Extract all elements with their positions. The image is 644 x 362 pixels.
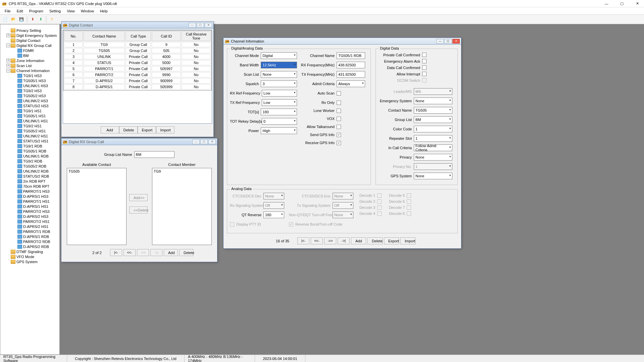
tree-node[interactable]: D-APRS/2 HS3 — [0, 214, 59, 219]
tree-node[interactable]: UNLINK/1 HS1 — [0, 118, 59, 123]
dc-close-button[interactable]: ✕ — [205, 23, 212, 27]
tot-select[interactable]: 180 — [261, 109, 297, 115]
table-cell[interactable]: Private Call — [126, 66, 151, 71]
ci-close-button[interactable]: ✕ — [452, 39, 460, 44]
table-cell[interactable]: D-APRS/2 — [84, 78, 125, 83]
allow-interrupt-checkbox[interactable] — [422, 72, 427, 76]
help-icon[interactable]: ? — [48, 16, 55, 23]
table-row[interactable]: 8D-APRS/1Private Call505999No — [64, 84, 211, 89]
tree-node[interactable]: 70cm RDB RPT — [0, 184, 59, 189]
tx-freq-input[interactable]: 431.82500 — [337, 71, 365, 78]
tree-node[interactable]: TG9/2 HS3 — [0, 88, 59, 93]
read-icon[interactable]: ⬇ — [29, 16, 36, 23]
table-cell[interactable]: 505997 — [152, 66, 181, 71]
tx-ref-select[interactable]: Low — [262, 99, 297, 106]
dc-import-button[interactable]: Import — [156, 126, 175, 133]
column-header[interactable]: Contact Name — [84, 31, 125, 41]
dc-maximize-button[interactable]: ▢ — [197, 23, 204, 27]
table-cell[interactable]: No — [182, 72, 211, 77]
tree-node[interactable]: PARROT/1 RDB — [0, 229, 59, 234]
list-item[interactable]: TG9 — [153, 169, 211, 174]
tree-node[interactable]: UNLINK/1 HS3 — [0, 83, 59, 88]
table-cell[interactable]: No — [182, 42, 211, 47]
table-row[interactable]: 5PARROT/1Private Call505997No — [64, 66, 211, 71]
receive-gps-checkbox[interactable] — [337, 141, 341, 145]
tree-node[interactable]: TG9/1 HS3 — [0, 73, 59, 78]
menu-view[interactable]: View — [64, 8, 78, 14]
table-cell[interactable]: Private Call — [126, 72, 151, 77]
contact-member-list[interactable]: TG9 — [152, 168, 212, 245]
write-icon[interactable]: ⬆ — [37, 16, 44, 23]
in-call-select[interactable]: Follow Admit Criteria — [414, 144, 452, 151]
tree-node[interactable]: TG505/2 RDB — [0, 164, 59, 169]
tree-node[interactable]: PARROT/2 HS1 — [0, 219, 59, 224]
list-item[interactable]: TG505 — [68, 169, 126, 174]
dc-add-button[interactable]: Add — [101, 126, 119, 133]
table-cell[interactable]: PARROT/2 — [84, 72, 125, 77]
tree-node[interactable]: FDMR — [0, 48, 59, 53]
tree-node[interactable]: TG9/1 RDB — [0, 143, 59, 148]
rx-ref-select[interactable]: Low — [262, 90, 297, 97]
rx-delete-button[interactable]: Delete — [179, 249, 193, 256]
tree-expand-icon[interactable]: + — [6, 64, 10, 67]
table-cell[interactable]: 7 — [64, 78, 83, 83]
table-row[interactable]: 6PARROT/2Private Call9990No — [64, 72, 211, 77]
digital-contact-titlebar[interactable]: 📻 Digital Contact — ▢ ✕ — [61, 22, 213, 28]
tree-node[interactable]: STATUS/2 HS3 — [0, 103, 59, 108]
tree-node[interactable]: D-APRS/2 RDB — [0, 244, 59, 249]
rx-nav-next[interactable]: ->> — [137, 249, 149, 256]
allow-talkaround-checkbox[interactable] — [337, 125, 341, 129]
power-select[interactable]: High — [261, 127, 297, 134]
group-list-name-input[interactable]: BM — [134, 151, 175, 158]
qt-rev-select[interactable]: 180 — [263, 212, 284, 218]
remove-member-button[interactable]: <<Delete — [129, 206, 148, 214]
table-cell[interactable]: D-APRS/1 — [84, 84, 125, 89]
column-header[interactable]: Call Receive Tone — [182, 31, 211, 41]
tree-node[interactable]: STATUS/2 RDB — [0, 174, 59, 179]
table-cell[interactable]: No — [182, 66, 211, 71]
table-cell[interactable]: No — [182, 84, 211, 89]
rx-nav-first[interactable]: |<- — [110, 249, 122, 256]
table-cell[interactable]: No — [182, 78, 211, 83]
menu-program[interactable]: Program — [27, 8, 46, 14]
menu-help[interactable]: Help — [97, 8, 110, 14]
auto-scan-checkbox[interactable] — [337, 91, 341, 96]
tree-node[interactable]: TG9/1 HS1 — [0, 108, 59, 113]
band-width-select[interactable]: 12.5kHz — [261, 62, 297, 68]
channel-name-input[interactable]: TG505/1 RDB — [337, 52, 365, 59]
tree-node[interactable]: PARROT/1 HS3 — [0, 189, 59, 194]
table-row[interactable]: 4STATUSPrivate Call5000No — [64, 60, 211, 65]
tree-node[interactable]: STATUS/2 HS1 — [0, 138, 59, 143]
color-code-select[interactable]: 1 — [414, 126, 452, 132]
squelch-select[interactable]: 3 — [261, 80, 297, 87]
add-member-button[interactable]: Add>> — [129, 194, 148, 201]
vox-checkbox[interactable] — [337, 117, 341, 121]
table-cell[interactable]: UNLINK — [84, 54, 125, 59]
tree-expand-icon[interactable]: + — [6, 59, 10, 62]
table-row[interactable]: 7D-APRS/2Private Call900999No — [64, 78, 211, 83]
tree-node[interactable]: VFO Mode — [0, 254, 59, 259]
tree-node[interactable]: UNLINK/2 HS1 — [0, 133, 59, 138]
ci-nav-first[interactable]: |<- — [297, 237, 309, 244]
dc-delete-button[interactable]: Delete — [119, 126, 138, 133]
table-cell[interactable]: Private Call — [126, 78, 151, 83]
new-icon[interactable]: 📄 — [2, 16, 9, 23]
rx-group-titlebar[interactable]: 📻 Digital RX Group Call — ▢ ✕ — [61, 138, 217, 145]
tree-node[interactable]: UNLINK/2 HS3 — [0, 98, 59, 103]
tree-node[interactable]: D-APRS/1 HS1 — [0, 204, 59, 209]
table-cell[interactable]: 6 — [64, 72, 83, 77]
tree-node[interactable]: BM — [0, 53, 59, 58]
tree-node[interactable]: +Zone Information — [0, 58, 59, 63]
tree-panel[interactable]: ✕ Privacy Setting+Digit Emergency System… — [0, 24, 60, 355]
table-cell[interactable]: Private Call — [126, 54, 151, 59]
rx-only-checkbox[interactable] — [337, 101, 341, 105]
table-cell[interactable]: 5 — [64, 66, 83, 71]
tot-rekey-select[interactable]: 0 — [262, 118, 297, 125]
tree-expand-icon[interactable]: − — [6, 44, 10, 47]
tree-node[interactable]: D-APRS/1 HS3 — [0, 194, 59, 199]
menu-window[interactable]: Window — [78, 8, 97, 14]
table-cell[interactable]: TG505 — [84, 48, 125, 53]
column-header[interactable]: Call Type — [126, 31, 151, 41]
ci-nav-prev[interactable]: <<- — [311, 237, 323, 244]
table-cell[interactable]: No — [182, 60, 211, 65]
